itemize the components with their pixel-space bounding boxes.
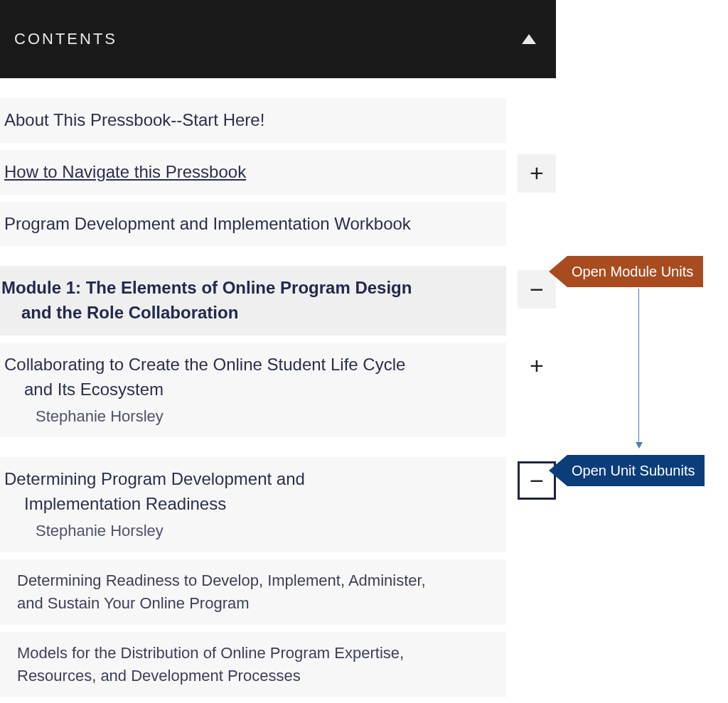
arrow-left-icon: Open Unit Subunits <box>549 455 705 486</box>
unit-author: Stephanie Horsley <box>4 405 500 428</box>
annotation-module-units: Open Module Units <box>549 256 703 287</box>
arrow-left-icon: Open Module Units <box>549 256 703 287</box>
toc-unit-determining[interactable]: Determining Program Development and Impl… <box>0 457 506 552</box>
unit-title-line2: Implementation Readiness <box>4 492 500 517</box>
toc-module-1[interactable]: Module 1: The Elements of Online Program… <box>0 266 506 336</box>
minus-icon: − <box>530 467 544 495</box>
toc-item-label: How to Navigate this Pressbook <box>4 162 246 181</box>
connector-arrowhead-icon <box>636 442 643 449</box>
toc-item-label: Program Development and Implementation W… <box>4 214 411 233</box>
subunit-line1: Models for the Distribution of Online Pr… <box>17 644 404 662</box>
subunit-line2: and Sustain Your Online Program <box>17 594 250 612</box>
module-title-line1: Module 1: The Elements of Online Program… <box>1 278 412 297</box>
contents-title: CONTENTS <box>14 30 117 48</box>
toc-subunit-readiness[interactable]: Determining Readiness to Develop, Implem… <box>0 559 506 625</box>
annotation-label: Open Module Units <box>572 264 693 280</box>
collapse-up-icon <box>522 34 536 44</box>
unit-title-line1: Determining Program Development and <box>4 469 305 488</box>
subunit-line2: Resources, and Development Processes <box>17 667 301 685</box>
subunit-line1: Determining Readiness to Develop, Implem… <box>17 571 426 589</box>
plus-icon: + <box>530 352 544 380</box>
plus-icon: + <box>530 159 544 187</box>
minus-icon: − <box>530 276 544 304</box>
collapse-unit-button[interactable]: − <box>518 461 556 500</box>
expand-button[interactable]: + <box>518 154 556 193</box>
toc-subunit-models[interactable]: Models for the Distribution of Online Pr… <box>0 632 506 697</box>
unit-title-line1: Collaborating to Create the Online Stude… <box>4 355 405 374</box>
toc-item-label: About This Pressbook--Start Here! <box>4 110 264 129</box>
unit-author: Stephanie Horsley <box>4 520 500 542</box>
table-of-contents: About This Pressbook--Start Here! How to… <box>0 78 556 697</box>
annotation-label: Open Unit Subunits <box>572 463 695 479</box>
contents-header[interactable]: CONTENTS <box>0 0 556 78</box>
connector-line <box>638 289 639 444</box>
expand-unit-button[interactable]: + <box>518 347 556 385</box>
annotation-unit-subunits: Open Unit Subunits <box>549 455 705 486</box>
module-title-line2: and the Role Collaboration <box>1 301 500 326</box>
toc-item-howto[interactable]: How to Navigate this Pressbook <box>0 150 506 195</box>
collapse-module-button[interactable]: − <box>518 270 556 308</box>
unit-title-line2: and Its Ecosystem <box>4 377 500 402</box>
toc-item-workbook[interactable]: Program Development and Implementation W… <box>0 202 506 247</box>
toc-unit-collaborating[interactable]: Collaborating to Create the Online Stude… <box>0 343 506 437</box>
toc-item-about[interactable]: About This Pressbook--Start Here! <box>0 98 506 143</box>
